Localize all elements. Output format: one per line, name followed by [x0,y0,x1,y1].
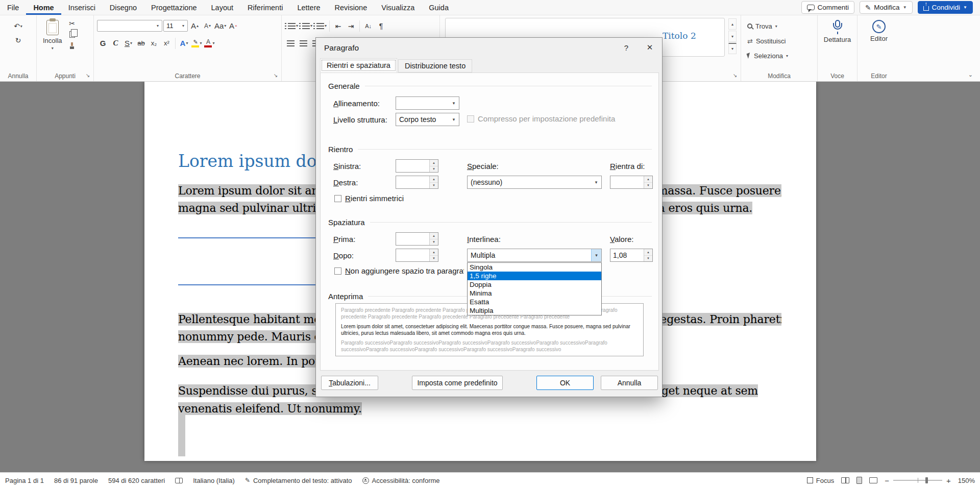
gallery-scroll-up-icon[interactable]: ▴ [728,18,737,30]
spacing-after-spinner[interactable]: ▲▼ [396,249,438,262]
spin-up-icon[interactable]: ▲ [430,176,438,183]
chevron-down-icon[interactable]: ▾ [449,97,459,109]
spin-down-icon[interactable]: ▼ [644,183,652,189]
increase-indent-button[interactable]: ⇥ [345,20,357,32]
format-painter-button[interactable] [66,40,78,51]
option-minima[interactable]: Minima [468,289,601,298]
spin-up-icon[interactable]: ▲ [644,176,652,183]
spin-down-icon[interactable]: ▼ [430,239,438,246]
style-item-titolo-2[interactable]: Titolo 2 [663,31,696,41]
text-effects-button[interactable]: A▾ [178,37,190,50]
line-spacing-combobox[interactable]: Multipla ▾ [467,249,602,262]
indent-right-spinner[interactable]: ▲▼ [396,176,438,189]
tab-lettere[interactable]: Lettere [290,0,327,15]
grow-font-button[interactable]: A▴ [189,20,201,32]
shrink-font-button[interactable]: A▾ [202,20,213,32]
web-layout-view-button[interactable] [869,477,877,483]
tab-progettazione[interactable]: Progettazione [144,0,204,15]
chevron-down-icon[interactable]: ▾ [591,176,601,188]
zoom-slider-thumb[interactable] [925,477,928,483]
show-formatting-marks-button[interactable]: ¶ [375,20,387,32]
bold-button[interactable]: G [97,37,109,50]
character-count[interactable]: 594 di 620 caratteri [108,477,165,484]
undo-button[interactable]: ↶▾ [12,20,24,32]
option-1-5-righe[interactable]: 1,5 righe [468,272,601,280]
dictate-button[interactable]: Dettatura [821,18,854,45]
set-as-default-button[interactable]: Imposta come predefinito [412,376,503,390]
font-size-combobox[interactable]: 11 ▾ [163,20,188,32]
redo-button[interactable]: ↻ [12,34,24,46]
font-dialog-launcher-icon[interactable]: ↘ [272,72,279,79]
cut-button[interactable]: ✂ [66,18,78,29]
accessibility-status[interactable]: Accessibilità: conforme [362,477,440,484]
editor-button[interactable]: ✎ Editor [861,18,897,44]
ok-button[interactable]: OK [536,376,594,390]
spin-up-icon[interactable]: ▲ [430,160,438,166]
spin-up-icon[interactable]: ▲ [430,249,438,256]
strikethrough-button[interactable]: ab [135,37,147,50]
focus-mode-button[interactable]: Focus [807,477,834,484]
styles-dialog-launcher-icon[interactable]: ↘ [731,72,739,79]
spin-down-icon[interactable]: ▼ [430,166,438,173]
spin-down-icon[interactable]: ▼ [644,256,652,262]
font-color-button[interactable]: A ▾ [204,37,215,50]
copy-button[interactable] [66,29,78,40]
sort-button[interactable]: A↓ [362,20,374,32]
clipboard-dialog-launcher-icon[interactable]: ↘ [84,72,91,79]
no-space-between-paragraphs-checkbox[interactable]: Non aggiungere spazio tra paragrafi del [334,266,464,275]
read-mode-view-button[interactable] [841,477,849,483]
align-left-button[interactable] [285,37,297,50]
numbered-list-button[interactable]: ▾ [299,20,312,32]
spacing-at-spinner[interactable]: 1,08 ▲▼ [610,249,653,262]
dialog-help-button[interactable]: ? [620,42,632,53]
zoom-out-icon[interactable]: − [885,477,889,484]
underline-button[interactable]: S▾ [122,37,134,50]
outline-level-combobox[interactable]: Corpo testo ▾ [396,113,459,126]
tab-visualizza[interactable]: Visualizza [374,0,422,15]
multilevel-list-button[interactable]: ▾ [313,20,327,32]
tab-layout[interactable]: Layout [204,0,241,15]
special-combobox[interactable]: (nessuno) ▾ [467,176,602,189]
mirror-indents-checkbox[interactable]: Rientri simmetrici [334,194,404,203]
dialog-tab-rientri-e-spaziatura[interactable]: Rientri e spaziatura [320,58,397,72]
tabs-button[interactable]: Tabulazioni... [321,376,378,390]
clear-formatting-button[interactable]: A× [227,20,239,32]
word-count[interactable]: 86 di 91 parole [54,477,98,484]
comments-button[interactable]: Commenti [801,1,855,14]
chevron-down-icon[interactable]: ▾ [449,113,459,126]
zoom-level[interactable]: 150% [958,477,975,484]
option-singola[interactable]: Singola [468,263,601,272]
superscript-button[interactable]: x² [161,37,173,50]
decrease-indent-button[interactable]: ⇤ [332,20,344,32]
indent-by-spinner[interactable]: ▲▼ [610,176,653,189]
share-button[interactable]: Condividi ▼ [918,1,973,14]
bulleted-list-button[interactable]: ▾ [285,20,298,32]
spacing-before-spinner[interactable]: ▲▼ [396,232,438,246]
print-layout-view-button[interactable] [856,477,862,484]
tab-riferimenti[interactable]: Riferimenti [240,0,290,15]
spin-down-icon[interactable]: ▼ [430,256,438,262]
paste-button[interactable]: Incolla ▾ [40,18,65,53]
align-center-button[interactable] [298,37,309,50]
language-indicator[interactable]: Italiano (Italia) [193,477,235,484]
alignment-combobox[interactable]: ▾ [396,96,459,110]
zoom-in-icon[interactable]: + [946,477,951,484]
replace-button[interactable]: ⇄Sostituisci [747,35,814,47]
find-button[interactable]: Trova▾ [747,20,814,32]
tab-home[interactable]: Home [26,0,61,15]
spin-down-icon[interactable]: ▼ [430,183,438,189]
zoom-slider[interactable] [893,480,942,481]
chevron-down-icon[interactable]: ▾ [154,23,162,28]
gallery-scroll-down-icon[interactable]: ▾ [728,31,737,42]
tab-guida[interactable]: Guida [422,0,456,15]
proofing-status[interactable] [175,478,183,483]
option-multipla[interactable]: Multipla [468,306,601,315]
spin-up-icon[interactable]: ▲ [430,233,438,239]
option-esatta[interactable]: Esatta [468,298,601,306]
select-button[interactable]: Seleziona▾ [747,50,814,62]
chevron-down-icon[interactable]: ▾ [591,249,601,261]
font-name-combobox[interactable]: ▾ [97,20,162,32]
dialog-tab-distribuzione-testo[interactable]: Distribuzione testo [398,59,472,72]
change-case-button[interactable]: Aa▾ [214,20,226,32]
option-doppia[interactable]: Doppia [468,280,601,289]
